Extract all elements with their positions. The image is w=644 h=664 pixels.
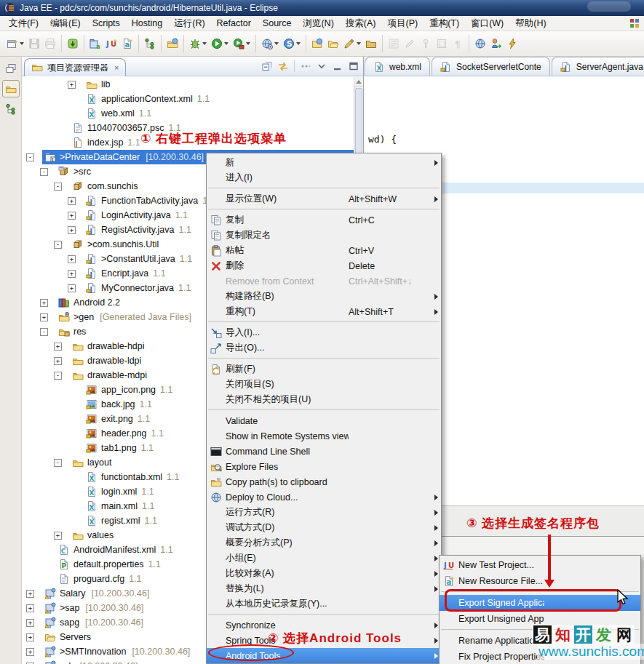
tree-expand-toggle[interactable]: + [68, 212, 84, 220]
minimize-button[interactable] [331, 60, 344, 73]
menubar-item-5[interactable]: Refactor [211, 17, 257, 30]
ctx-[interactable]: 删除Delete [207, 258, 441, 273]
collapse-icon[interactable]: - [54, 372, 62, 380]
lightning-button[interactable] [504, 34, 520, 53]
ctx-(y)[interactable]: 从本地历史记录复原(Y)... [207, 596, 441, 612]
menubar-item-12[interactable]: 帮助(H) [509, 16, 552, 31]
dropdown-arrow-icon[interactable] [246, 42, 250, 45]
tree-item-content[interactable]: Xweb.xml1.1 [84, 106, 354, 121]
collapse-icon[interactable]: - [40, 328, 48, 336]
language-indicator-icon[interactable] [629, 18, 640, 31]
tree-expand-toggle[interactable]: + [68, 270, 84, 278]
ctx-[interactable]: 粘帖Ctrl+V [207, 243, 441, 258]
android-project-button[interactable]: a [87, 34, 103, 53]
editor-tab-web.xml[interactable]: Xweb.xml [365, 57, 430, 76]
rail-type-hierarchy-button[interactable] [2, 100, 20, 118]
pin-button[interactable] [418, 34, 434, 53]
team-button[interactable] [488, 34, 504, 53]
type-hierarchy-button[interactable] [142, 34, 158, 53]
para-button[interactable]: ¶ [450, 34, 466, 53]
run-button[interactable] [209, 34, 231, 53]
tree-item-lib[interactable]: +lib [22, 77, 354, 92]
tree-expand-toggle[interactable]: + [68, 226, 84, 234]
tree-expand-toggle[interactable]: + [68, 81, 84, 89]
dropdown-arrow-icon[interactable] [357, 42, 361, 45]
open-folder-globe-button[interactable] [309, 34, 325, 53]
globe-button[interactable] [472, 34, 488, 53]
ctx-explorefiles[interactable]: Explore Files [207, 459, 441, 474]
rail-project-explorer-button[interactable] [2, 80, 20, 97]
collapse-icon[interactable]: - [26, 153, 34, 161]
open-folder-dark-button[interactable] [363, 34, 379, 53]
collapse-icon[interactable]: - [40, 168, 48, 176]
expand-icon[interactable]: + [68, 255, 76, 263]
menubar-item-11[interactable]: 窗口(W) [465, 16, 509, 31]
tree-expand-toggle[interactable]: + [26, 633, 42, 641]
run-history-button[interactable] [231, 34, 253, 53]
expand-icon[interactable]: + [68, 81, 76, 89]
annotate-button[interactable] [386, 34, 402, 53]
ctx-(i)[interactable]: 导入(I)... [207, 325, 441, 340]
ctx-(s)[interactable]: 关闭项目(S) [207, 377, 441, 392]
expand-icon[interactable]: + [54, 357, 62, 365]
ctx-(p)[interactable]: 概要分析方式(P) [207, 535, 441, 551]
sub-newtestproject[interactable]: JUNew Test Project... [440, 557, 640, 573]
ctx-(t)[interactable]: 重构(T)Alt+Shift+T [207, 304, 441, 319]
pencil-button[interactable] [402, 34, 418, 53]
scroll-up-icon[interactable] [354, 77, 363, 87]
expand-icon[interactable]: + [68, 226, 76, 234]
ctx-validate[interactable]: Validate [207, 413, 441, 428]
editor-tab-ServerAgent.java[interactable]: JServerAgent.java [552, 57, 644, 76]
tree-expand-toggle[interactable]: - [54, 241, 70, 249]
tree-expand-toggle[interactable]: + [54, 357, 70, 365]
dropdown-arrow-icon[interactable] [202, 42, 207, 45]
tree-expand-toggle[interactable]: + [26, 648, 42, 656]
new-xml-button[interactable]: a✦ [119, 34, 135, 53]
tree-expand-toggle[interactable]: + [26, 604, 42, 612]
menubar-item-0[interactable]: 文件(F) [3, 16, 44, 31]
tree-expand-toggle[interactable]: - [40, 328, 56, 336]
open-resource-button[interactable] [164, 34, 180, 53]
tree-expand-toggle[interactable]: + [54, 532, 70, 540]
menubar-item-2[interactable]: Scripts [87, 17, 126, 30]
maximize-button[interactable] [347, 60, 360, 73]
tree-expand-toggle[interactable]: + [40, 299, 56, 307]
debug-button[interactable] [187, 34, 209, 53]
ctx-(r)[interactable]: 运行方式(R) [207, 505, 441, 520]
ctx-(a)[interactable]: 比较对象(A) [207, 566, 441, 581]
ctx-(i)[interactable]: 进入(I) [207, 170, 441, 185]
new-junit-button[interactable]: JU✦ [103, 34, 119, 53]
collapse-icon[interactable]: - [54, 459, 62, 467]
ctx-(d)[interactable]: 调试方式(D) [207, 520, 441, 535]
soap-button[interactable]: S [281, 34, 303, 53]
scrollbar-thumb[interactable] [355, 88, 362, 153]
ctx-(b)[interactable]: 构建路径(B) [207, 289, 441, 304]
dropdown-arrow-icon[interactable] [274, 42, 279, 45]
tree-expand-toggle[interactable]: - [26, 153, 42, 161]
ctx-(l)[interactable]: 替换为(L) [207, 581, 441, 596]
tree-item-web.xml[interactable]: Xweb.xml1.1 [22, 106, 354, 121]
editor-tab-SocketServerletConte[interactable]: JSocketServerletConte [432, 57, 550, 76]
link-editor-button[interactable] [277, 60, 290, 73]
dropdown-arrow-icon[interactable] [20, 42, 24, 45]
ctx-[interactable]: 复制Ctrl+C [207, 212, 441, 228]
rail-restore-view-button[interactable] [2, 60, 20, 77]
tree-expand-toggle[interactable]: + [54, 343, 70, 351]
tree-item-applicationContext.xml[interactable]: XapplicationContext.xml1.1 [22, 92, 354, 106]
ctx-showinremotesystemsview[interactable]: Show in Remote Systems view [207, 428, 441, 444]
view-menu-button[interactable] [299, 60, 312, 73]
tree-item-content[interactable]: lib [84, 77, 354, 92]
ctx-deploytocloud[interactable]: Deploy to Cloud... [207, 489, 441, 505]
ctx-copypath(s)toclipboard[interactable]: Copy path(s) to clipboard [207, 474, 441, 489]
tree-expand-toggle[interactable]: + [40, 313, 56, 321]
expand-icon[interactable]: + [68, 270, 76, 278]
tree-expand-toggle[interactable]: + [26, 590, 42, 598]
collapse-icon[interactable]: - [54, 183, 62, 191]
tree-expand-toggle[interactable]: - [54, 372, 70, 380]
tree-expand-toggle[interactable]: + [26, 619, 42, 627]
android-install-button[interactable] [65, 34, 81, 53]
ctx-(e)[interactable]: 小组(E) [207, 551, 441, 566]
expand-icon[interactable]: + [26, 590, 34, 598]
tree-expand-toggle[interactable]: + [68, 255, 84, 263]
titlebar[interactable]: Java EE - pdc/src/com/sunchis/android/Hi… [0, 0, 644, 16]
